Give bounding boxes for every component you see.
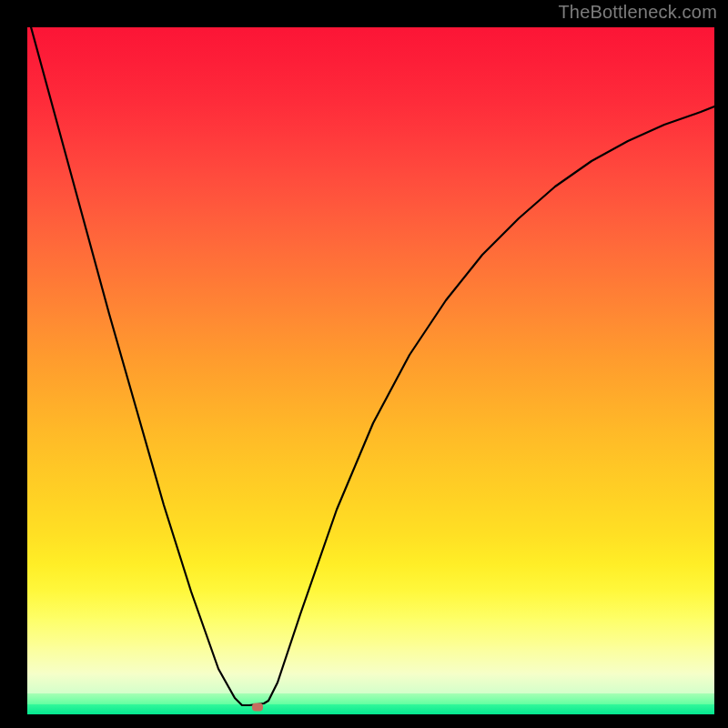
- watermark-text: TheBottleneck.com: [558, 2, 717, 23]
- plot-area: [27, 27, 714, 714]
- chart-stage: TheBottleneck.com: [0, 0, 728, 728]
- bottleneck-curve-path: [27, 27, 714, 705]
- optimal-marker: [252, 703, 263, 712]
- curve-svg: [27, 27, 714, 714]
